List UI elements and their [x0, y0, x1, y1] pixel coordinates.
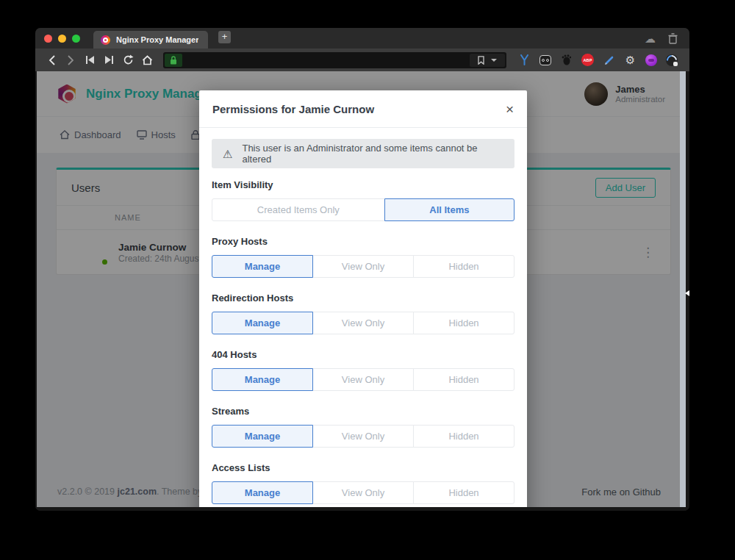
pen-extension-icon[interactable] — [603, 54, 615, 66]
proxy-hosts-hidden-button[interactable]: Hidden — [413, 255, 514, 278]
access-lists-view-only-button[interactable]: View Only — [312, 481, 414, 504]
browser-tab[interactable]: Nginx Proxy Manager — [93, 31, 208, 49]
bookmark-flag-icon — [478, 56, 484, 65]
rewind-button[interactable] — [81, 51, 98, 69]
trash-icon[interactable] — [668, 33, 678, 44]
browser-tab-bar: Nginx Proxy Manager + ☁ — [35, 28, 689, 49]
proxy-hosts-manage-button[interactable]: Manage — [212, 255, 313, 278]
close-icon[interactable]: × — [506, 102, 514, 116]
streams-manage-button[interactable]: Manage — [212, 425, 313, 448]
panel-toggle-handle[interactable] — [685, 290, 689, 296]
fast-forward-button[interactable] — [100, 51, 118, 69]
settings-gear-icon[interactable]: ⚙ — [624, 54, 637, 66]
404-hosts-group: Manage View Only Hidden — [212, 368, 514, 391]
reload-button[interactable] — [119, 51, 137, 69]
access-lists-manage-button[interactable]: Manage — [212, 481, 313, 504]
proxy-hosts-view-only-button[interactable]: View Only — [312, 255, 414, 278]
gnome-foot-extension-icon[interactable] — [560, 54, 573, 66]
window-controls — [44, 35, 80, 43]
redirection-hosts-group: Manage View Only Hidden — [212, 312, 514, 334]
404-hosts-manage-button[interactable]: Manage — [212, 368, 313, 391]
redirection-hosts-manage-button[interactable]: Manage — [212, 312, 313, 334]
maximize-window-button[interactable] — [72, 35, 80, 43]
proxy-hosts-label: Proxy Hosts — [212, 236, 514, 248]
close-window-button[interactable] — [44, 35, 52, 43]
permissions-modal: Permissions for Jamie Curnow × ⚠ This us… — [199, 90, 527, 507]
adblock-plus-icon[interactable]: ABP — [581, 54, 594, 66]
page-scrollbar[interactable] — [680, 71, 686, 507]
redirection-hosts-label: Redirection Hosts — [212, 292, 514, 304]
proxy-hosts-group: Manage View Only Hidden — [212, 255, 514, 278]
streams-hidden-button[interactable]: Hidden — [413, 425, 514, 448]
item-visibility-label: Item Visibility — [212, 179, 514, 191]
access-lists-group: Manage View Only Hidden — [212, 481, 514, 504]
modal-title: Permissions for Jamie Curnow — [212, 103, 374, 115]
tab-title: Nginx Proxy Manager — [116, 35, 198, 44]
goggles-extension-icon[interactable] — [539, 55, 551, 65]
created-items-only-button[interactable]: Created Items Only — [212, 198, 385, 221]
new-tab-button[interactable]: + — [218, 31, 231, 43]
all-items-button[interactable]: All Items — [384, 198, 514, 221]
redirection-hosts-hidden-button[interactable]: Hidden — [413, 312, 514, 334]
minimize-window-button[interactable] — [58, 35, 66, 43]
fork-extension-icon[interactable] — [518, 54, 531, 66]
404-hosts-label: 404 Hosts — [212, 349, 514, 361]
https-secure-badge[interactable] — [165, 54, 182, 67]
browser-toolbar: ABP ⚙ — [35, 49, 689, 71]
extension-icons: ABP ⚙ — [514, 54, 682, 66]
bookmarks-button[interactable] — [470, 54, 505, 67]
sync-cloud-icon[interactable]: ☁ — [645, 33, 656, 44]
browser-window: Nginx Proxy Manager + ☁ — [35, 28, 689, 511]
404-hosts-view-only-button[interactable]: View Only — [312, 368, 414, 391]
streams-view-only-button[interactable]: View Only — [312, 425, 414, 448]
admin-warning-alert: ⚠ This user is an Administrator and some… — [212, 139, 514, 168]
item-visibility-group: Created Items Only All Items — [212, 198, 514, 221]
access-lists-label: Access Lists — [212, 462, 514, 474]
home-button[interactable] — [138, 51, 156, 69]
forward-button[interactable] — [62, 51, 79, 69]
404-hosts-hidden-button[interactable]: Hidden — [413, 368, 514, 391]
privacy-lock-extension-icon[interactable] — [666, 54, 678, 66]
alert-text: This user is an Administrator and some i… — [242, 143, 503, 165]
web-page: Nginx Proxy Manager James Administrator … — [37, 71, 686, 507]
back-button[interactable] — [43, 51, 60, 69]
npm-favicon-icon — [101, 35, 110, 45]
streams-group: Manage View Only Hidden — [212, 425, 514, 448]
redirection-hosts-view-only-button[interactable]: View Only — [312, 312, 414, 334]
chevron-down-icon — [491, 59, 497, 62]
streams-label: Streams — [212, 406, 514, 417]
warning-triangle-icon: ⚠ — [223, 148, 232, 159]
access-lists-hidden-button[interactable]: Hidden — [413, 481, 514, 504]
address-bar[interactable] — [163, 52, 506, 68]
purple-extension-icon[interactable] — [645, 54, 657, 66]
